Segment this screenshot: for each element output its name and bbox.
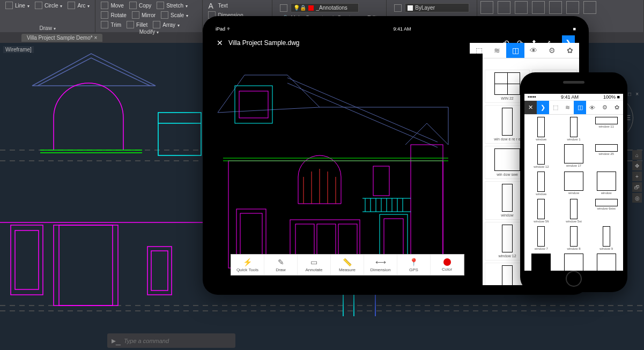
block-item[interactable]: window 7 [525,225,557,251]
ipad-canvas[interactable] [212,54,483,285]
stretch-tool[interactable]: Trim [99,20,123,29]
block-item[interactable]: window 5ft [525,198,557,224]
layer-icon[interactable] [280,4,287,12]
rotate-tool[interactable]: Copy [127,1,153,10]
nav-tool[interactable]: ✥ [632,161,642,170]
trim-tool[interactable]: Stretch [154,1,190,10]
svg-rect-11 [158,113,201,155]
options-icon[interactable]: ⚙ [598,101,611,114]
block-item[interactable]: window 6stst [590,198,622,224]
ipad-top-toolbar: ⬚ ≋ ◫ 👁 ⚙ ✿ [470,43,579,58]
nav-tool[interactable]: ⌂ [632,150,642,160]
bottom-tool-annotate[interactable]: ▭Annotate [298,255,331,275]
home-button[interactable] [566,271,582,287]
svg-rect-34 [411,145,443,268]
svg-rect-30 [317,224,336,258]
block-item[interactable]: window [525,170,557,197]
tool-icon[interactable] [583,1,596,14]
block-item[interactable]: window [525,116,557,142]
settings-icon[interactable]: ✿ [561,43,579,58]
modify-panel: Move Copy Stretch Rotate Mirror Scale Tr… [95,0,203,32]
nav-tool[interactable]: + [632,172,642,181]
tool-icon[interactable] [515,1,528,14]
move-tool[interactable]: Move [99,1,125,10]
svg-rect-31 [338,224,357,258]
view-tools: ⌂ ✥ + 🗗 ◎ [632,150,642,203]
bottom-tool-draw[interactable]: ✎Draw [264,255,298,275]
block-item[interactable]: window 1 [558,116,590,142]
block-item[interactable]: window 25 [590,143,622,169]
filename: Villa Project Sample.dwg [228,39,300,47]
block-item[interactable]: window re e e [558,252,590,271]
block-item[interactable]: window [590,170,622,197]
nav-tool[interactable]: 🗗 [632,182,642,192]
next-button[interactable]: ❯ [537,101,549,114]
bottom-tool-dimension[interactable]: ⟷Dimension [364,255,397,275]
block-item[interactable]: window 11 [590,116,622,142]
blocks-icon[interactable]: ◫ [574,101,586,114]
iphone-screen: ••••• 9:41 AM 100% ■ ✕ ❯ ⬚ ≋ ◫ 👁 ⚙ ✿ win… [524,94,623,271]
block-item[interactable]: window 12 [525,143,557,169]
visibility-icon[interactable]: 👁 [524,43,543,58]
tool-icon[interactable] [498,1,510,14]
tool-icon[interactable] [549,1,562,14]
bottom-tool-measure[interactable]: 📏Measure [331,255,364,275]
array-tool[interactable]: Array [151,20,182,29]
iphone-topbar: ✕ ❯ ⬚ ≋ ◫ 👁 ⚙ ✿ [524,101,623,115]
svg-rect-29 [295,224,314,258]
svg-rect-18 [151,251,168,291]
color-bylayer[interactable]: ByLayer [405,3,469,12]
command-line: ▸_ [107,333,235,348]
ipad-status: iPad ᯤ 9:41 AM ■ [212,26,579,32]
cmd-icon: ▸_ [112,336,121,346]
block-item[interactable]: window 9 [590,225,622,251]
line-tool[interactable]: Line [3,1,32,10]
settings-icon[interactable]: ✿ [611,101,623,114]
close-button[interactable]: ✕ [524,101,537,114]
bottom-tool-quick-tools[interactable]: ⚡Quick Tools [231,255,264,275]
visibility-icon[interactable]: 👁 [586,101,598,114]
layer-dropdown[interactable]: 💡🔒_Annotations [291,3,358,12]
bottom-tool-gps[interactable]: 📍GPS [397,255,431,275]
mirror-tool[interactable]: Mirror [130,11,158,19]
block-item[interactable]: window [558,170,590,197]
ipad-bottom-toolbar: ⚡Quick Tools✎Draw▭Annotate📏Measure⟷Dimen… [231,254,464,275]
circle-tool[interactable]: Circle [33,1,65,10]
close-file[interactable]: ✕ [217,39,223,47]
block-item[interactable]: window rbnkb [590,252,622,271]
draw-panel: Line Circle Arc Draw [0,0,95,32]
svg-rect-14 [15,230,39,289]
block-item[interactable]: window black [525,252,557,271]
fillet-tool[interactable]: Scale [159,11,190,19]
file-tab[interactable]: Villa Project Sample Demo* × [21,34,102,42]
layers-icon[interactable]: ≋ [488,43,506,58]
copy-tool[interactable]: Rotate [99,11,128,19]
options-icon[interactable]: ⚙ [543,43,561,58]
svg-rect-15 [54,225,118,306]
tool-icon[interactable] [566,1,579,14]
svg-rect-45 [373,166,389,196]
svg-rect-22 [239,91,268,118]
blocks-icon[interactable]: ◫ [506,43,524,58]
svg-rect-16 [59,225,113,306]
block-item[interactable]: window 17 [558,143,590,169]
layers-icon[interactable]: ≋ [561,101,574,114]
scale-tool[interactable]: Fillet [124,20,150,29]
block-item[interactable]: window 5st [558,198,590,224]
iphone-block-grid[interactable]: windowwindow 1window 11window 12window 1… [524,115,623,271]
bottom-tool-color[interactable]: Color [431,255,464,275]
iphone-status: ••••• 9:41 AM 100% ■ [524,94,623,101]
block-item[interactable]: window 8 [558,225,590,251]
select-icon[interactable]: ⬚ [549,101,561,114]
text-tool[interactable]: AText [206,1,230,10]
nav-tool[interactable]: ◎ [632,193,642,203]
tool-icon[interactable] [532,1,545,14]
match-prop-icon[interactable] [394,4,402,12]
arc-tool[interactable]: Arc [65,1,92,10]
svg-rect-13 [11,225,43,295]
iphone-device: ••••• 9:41 AM 100% ■ ✕ ❯ ⬚ ≋ ◫ 👁 ⚙ ✿ win… [520,72,627,292]
command-input[interactable] [124,338,231,344]
tool-icon[interactable] [480,1,493,14]
